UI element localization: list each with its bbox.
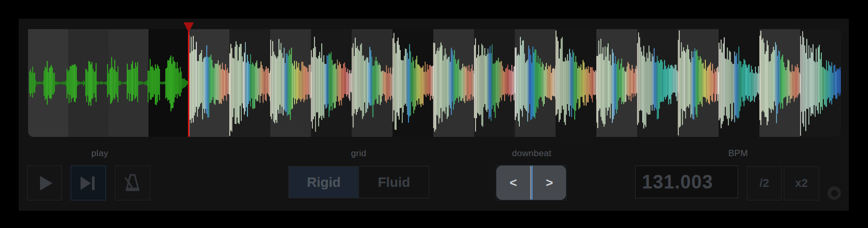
restart-play-button[interactable] bbox=[71, 166, 106, 200]
grid-mode-toggle: Rigid Fluid bbox=[288, 166, 429, 198]
play-icon bbox=[40, 176, 52, 191]
led-indicator bbox=[827, 186, 841, 200]
play-button[interactable] bbox=[27, 166, 62, 200]
bpm-section-label: BPM bbox=[702, 148, 774, 159]
downbeat-nudge-group: < > bbox=[496, 166, 566, 200]
led-indicator-dot bbox=[831, 190, 838, 197]
downbeat-next-button[interactable]: > bbox=[531, 166, 566, 200]
grid-section-label: grid bbox=[322, 148, 395, 159]
waveform-display[interactable] bbox=[28, 21, 841, 137]
grid-mode-fluid-button[interactable]: Fluid bbox=[359, 167, 429, 198]
metronome-button[interactable] bbox=[115, 166, 150, 200]
bpm-double-button[interactable]: x2 bbox=[784, 166, 819, 200]
bpm-halve-button[interactable]: /2 bbox=[747, 166, 782, 200]
downbeat-section-label: downbeat bbox=[495, 148, 568, 159]
play-section-label: play bbox=[63, 148, 136, 159]
downbeat-previous-button[interactable]: < bbox=[496, 166, 531, 200]
plugin-window: play grid downbeat BPM Rigid Fluid < > 1… bbox=[0, 0, 868, 228]
grid-mode-rigid-button[interactable]: Rigid bbox=[289, 167, 359, 198]
metronome-icon bbox=[122, 172, 143, 194]
bpm-value-field[interactable]: 131.003 bbox=[635, 166, 738, 198]
skip-forward-icon bbox=[80, 176, 97, 191]
